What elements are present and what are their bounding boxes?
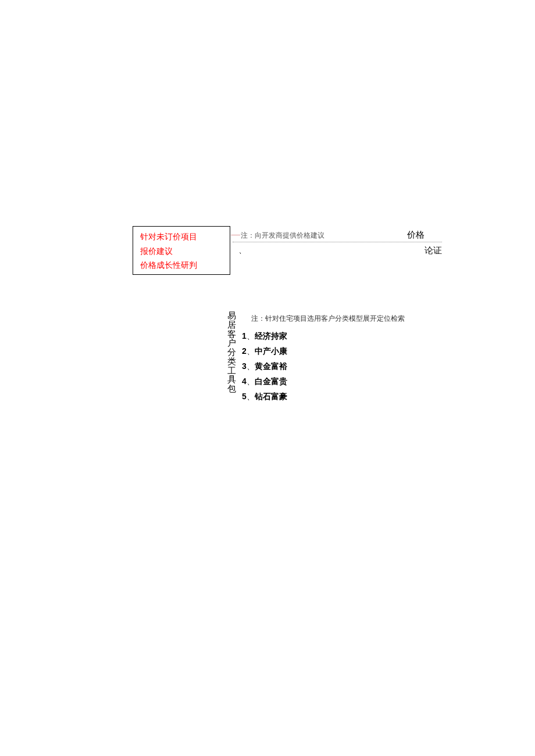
list-item-sep: 、 [247,377,255,386]
list-item-sep: 、 [247,347,255,356]
list-item-sep: 、 [247,392,255,401]
list-item-number: 5 [242,392,247,401]
box-line-3: 价格成长性研判 [140,259,223,273]
list-item-text: 黄金富裕 [255,362,287,371]
list-item: 2、中产小康 [242,344,287,359]
list-item-number: 2 [242,346,247,356]
customer-category-list: 1、经济持家 2、中产小康 3、黄金富裕 4、白金富贵 5、钻石富豪 [242,329,287,404]
separator-dot: 、 [238,245,247,256]
list-item-text: 中产小康 [255,347,287,356]
list-item: 3、黄金富裕 [242,359,287,374]
list-item: 1、经济持家 [242,329,287,344]
red-text-box: 针对未订价项目 报价建议 价格成长性研判 [133,226,230,275]
connector-line [231,235,240,235]
list-item-number: 3 [242,361,247,371]
box-line-1: 针对未订价项目 [140,230,223,245]
box-line-2: 报价建议 [140,245,223,259]
note-developer-price: 注：向开发商提供价格建议 [241,231,324,241]
list-item: 5、钻石富豪 [242,389,287,404]
lunzheng-label: 论证 [425,245,442,256]
list-item-text: 钻石富豪 [255,392,287,401]
note-customer-model: 注：针对住宅项目选用客户分类模型展开定位检索 [251,314,405,324]
list-item-sep: 、 [247,332,255,341]
list-item-sep: 、 [247,362,255,371]
list-item-number: 4 [242,377,247,386]
list-item-number: 1 [242,331,247,341]
list-item-text: 白金富贵 [255,377,287,386]
vertical-title: 易居客户分类工具包 [227,311,236,394]
list-item-text: 经济持家 [255,332,287,341]
horizontal-divider [233,242,442,242]
price-label: 价格 [407,230,425,241]
list-item: 4、白金富贵 [242,374,287,389]
